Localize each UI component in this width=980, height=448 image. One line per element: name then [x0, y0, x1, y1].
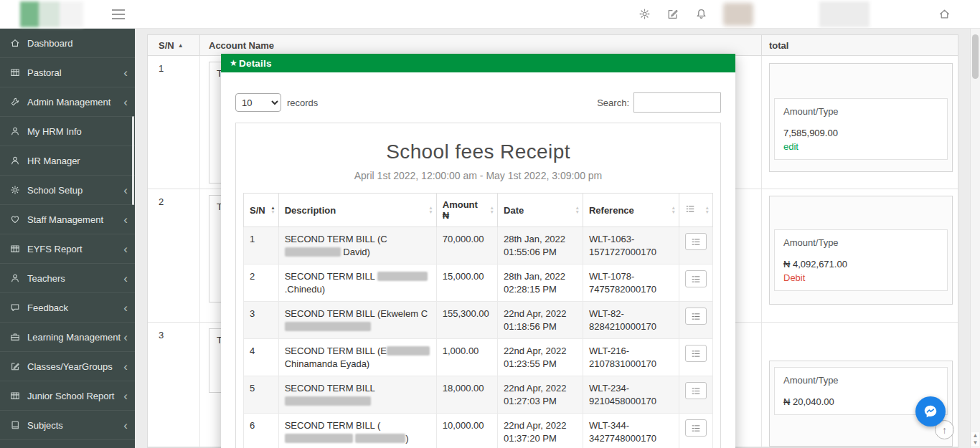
description-text: SECOND TERM BILL (C — [285, 234, 387, 244]
sidebar-item-label: Subjects — [27, 420, 63, 431]
scrollbar-up-arrow[interactable]: ▲ — [971, 432, 979, 439]
sidebar-item-label: HR Manager — [27, 156, 80, 166]
column-header-total-label: total — [769, 40, 788, 51]
sidebar-item-my-hrm-info[interactable]: My HRM Info — [0, 117, 135, 146]
wrench-icon — [10, 97, 20, 107]
cell-date: 22nd Apr, 202201:23:55 PM — [498, 339, 583, 376]
sidebar-item-dashboard[interactable]: Dashboard — [0, 29, 135, 58]
account-row-total: Amount/Type₦ 4,092,671.00Debit — [761, 189, 958, 322]
sidebar-item-feedback[interactable]: Feedback‹ — [0, 293, 135, 323]
sidebar-item-label: Feedback — [27, 302, 68, 313]
scrollbar-down-arrow[interactable]: ▼ — [971, 439, 979, 446]
column-header-account-name[interactable]: Account Name — [199, 35, 761, 55]
chat-bubble-button[interactable] — [915, 396, 946, 426]
cell-description: SECOND TERM BILL ( ) — [278, 414, 436, 448]
sidebar-item-learning-management[interactable]: Learning Management‹ — [0, 323, 135, 352]
sidebar-item-label: Dashboard — [27, 38, 73, 49]
sidebar-toggle-button[interactable] — [112, 9, 125, 22]
sidebar-item-label: EYFS Report — [27, 244, 83, 254]
briefcase-icon — [10, 332, 20, 342]
column-header-total[interactable]: total — [761, 35, 958, 55]
column-header-date[interactable]: Date▲▼ — [498, 194, 583, 227]
app-logo[interactable] — [20, 1, 83, 27]
avatar[interactable] — [723, 3, 753, 26]
receipt-row: 1SECOND TERM BILL (C David)70,000.0028th… — [244, 227, 713, 264]
column-header-reference[interactable]: Reference▲▼ — [583, 194, 679, 227]
cell-description: SECOND TERM BILL .Chinedu) — [278, 264, 436, 302]
sidebar: DashboardPastoral‹Admin Management‹My HR… — [0, 29, 135, 448]
sidebar-item-hr-manager[interactable]: HR Manager — [0, 146, 135, 176]
sort-icons: ▲▼ — [705, 206, 710, 214]
cell-sn: 1 — [244, 227, 279, 264]
column-header-sn[interactable]: S/N ▲ — [148, 40, 199, 51]
modal-title: Details — [239, 58, 272, 69]
redacted-text — [387, 346, 430, 356]
amount-type-label: Amount/Type — [783, 106, 938, 117]
home-icon[interactable] — [938, 8, 951, 20]
chevron-left-icon: ‹ — [123, 214, 128, 226]
search-input[interactable] — [633, 92, 721, 113]
scrollbar-thumb[interactable] — [972, 34, 979, 79]
redacted-text — [377, 272, 428, 281]
compose-icon[interactable] — [666, 8, 679, 20]
cell-date: 28th Jan, 202202:28:15 PM — [498, 264, 583, 302]
column-header-actions[interactable]: ▲▼ — [679, 194, 712, 227]
row-detail-button[interactable] — [685, 382, 707, 399]
sidebar-item-eyfs-report[interactable]: EYFS Report‹ — [0, 234, 135, 264]
sort-icons: ▲▼ — [490, 206, 494, 214]
search-wrap: Search: — [597, 92, 721, 113]
column-header-s-n[interactable]: S/N▲▼ — [244, 194, 279, 227]
column-header-description[interactable]: Description▲▼ — [278, 194, 436, 227]
debit-label[interactable]: Debit — [783, 272, 938, 283]
sidebar-item-school-setup[interactable]: School Setup‹ — [0, 176, 135, 205]
redacted-text — [285, 247, 341, 257]
sidebar-item-pastoral[interactable]: Pastoral‹ — [0, 58, 135, 87]
amount-panel-inner: Amount/Type₦ 4,092,671.00Debit — [774, 229, 948, 291]
redacted-text — [355, 434, 405, 443]
chevron-left-icon: ‹ — [123, 302, 128, 314]
sidebar-item-classes-yeargroups[interactable]: Classes/YearGroups‹ — [0, 352, 135, 381]
chevron-left-icon: ‹ — [123, 331, 128, 343]
amount-panel-inner: Amount/Type7,585,909.00edit — [774, 98, 948, 160]
sidebar-item-junior-school-report[interactable]: Junior School Report‹ — [0, 381, 135, 411]
row-detail-button[interactable] — [685, 308, 707, 325]
sidebar-item-admin-management[interactable]: Admin Management‹ — [0, 87, 135, 117]
row-detail-button[interactable] — [685, 345, 707, 362]
row-detail-button[interactable] — [685, 270, 707, 287]
home-icon — [10, 38, 20, 48]
details-modal: ★ Details 10 records Search: School fees… — [221, 54, 735, 448]
heart-icon — [10, 214, 20, 224]
sidebar-item-subjects[interactable]: Subjects‹ — [0, 411, 135, 440]
edit-link[interactable]: edit — [783, 141, 938, 152]
cell-date: 22nd Apr, 202201:27:03 PM — [498, 376, 583, 414]
description-text: SECOND TERM BILL ( — [285, 420, 381, 431]
redacted-header-area — [819, 1, 870, 27]
list-icon — [691, 275, 701, 284]
sidebar-item-label: Teachers — [27, 273, 65, 284]
vertical-scrollbar[interactable]: ▲ ▼ — [970, 29, 980, 448]
list-icon — [691, 237, 701, 247]
sidebar-item-label: School Setup — [27, 185, 83, 196]
bell-icon[interactable] — [695, 8, 707, 20]
cell-amount: 70,000.00 — [436, 227, 497, 264]
cell-actions — [679, 227, 712, 264]
column-header-amount[interactable]: Amount ₦▲▼ — [436, 194, 497, 227]
description-text: David) — [341, 247, 370, 257]
star-icon: ★ — [230, 58, 237, 68]
redacted-text — [285, 322, 371, 331]
grid-icon — [10, 391, 20, 401]
amount-value: ₦ 20,040.00 — [783, 396, 938, 407]
chevron-left-icon: ‹ — [123, 390, 128, 402]
sidebar-item-teachers[interactable]: Teachers‹ — [0, 264, 135, 293]
modal-header: ★ Details — [221, 54, 735, 72]
records-per-page-select[interactable]: 10 — [235, 93, 281, 112]
amount-panel: Amount/Type₦ 4,092,671.00Debit — [769, 196, 953, 305]
gear-icon[interactable] — [639, 8, 651, 20]
records-label: records — [287, 97, 318, 108]
chevron-left-icon: ‹ — [123, 96, 128, 108]
row-detail-button[interactable] — [685, 419, 707, 437]
sidebar-item-staff-management[interactable]: Staff Management‹ — [0, 205, 135, 234]
row-detail-button[interactable] — [685, 233, 707, 250]
sidebar-scrollbar[interactable] — [132, 116, 134, 205]
cell-amount: 155,300.00 — [436, 302, 497, 339]
